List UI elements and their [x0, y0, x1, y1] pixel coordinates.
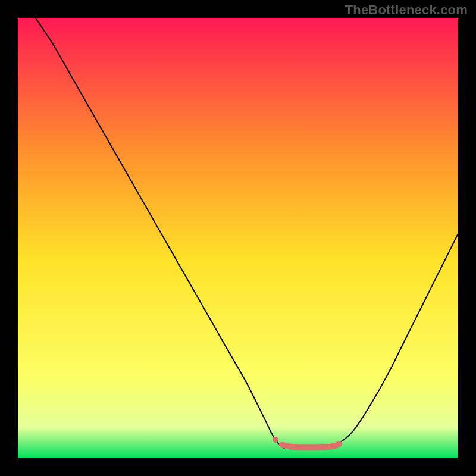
attribution-label: TheBottleneck.com [345, 2, 468, 18]
plot-area [18, 18, 458, 458]
chart-frame: TheBottleneck.com [0, 0, 476, 476]
gradient-background [18, 18, 458, 458]
chart-svg [18, 18, 458, 458]
highlight-dot [273, 437, 278, 443]
